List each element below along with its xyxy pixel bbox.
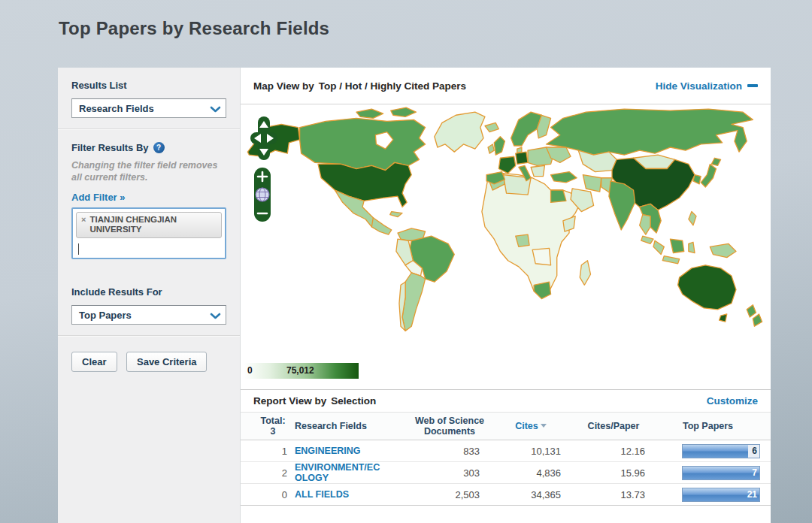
- hide-visualization-link[interactable]: Hide Visualization: [656, 80, 758, 92]
- cites-per-paper-value: 15.96: [571, 467, 656, 479]
- remove-filter-icon[interactable]: ×: [81, 215, 86, 225]
- map-view-prefix: Map View by: [253, 80, 314, 92]
- map-pan-control[interactable]: [248, 115, 280, 165]
- results-list-section: Results List Research Fields: [58, 68, 240, 128]
- research-field-link[interactable]: ENGINEERING: [295, 446, 361, 456]
- include-results-heading: Include Results For: [71, 286, 226, 298]
- help-icon[interactable]: ?: [153, 142, 165, 153]
- report-view-value: Selection: [331, 395, 376, 407]
- cites-value: 34,365: [490, 489, 571, 500]
- cites-value: 4,836: [490, 467, 571, 479]
- filter-results-section: Filter Results By ? Changing the filter …: [58, 130, 240, 270]
- map-view-value: Top / Hot / Highly Cited Papers: [319, 80, 466, 92]
- legend-min-value: 0: [247, 365, 253, 376]
- top-papers-value: 21: [747, 488, 757, 501]
- wos-documents-value: 2,503: [409, 489, 490, 500]
- filter-tag[interactable]: × TIANJIN CHENGJIAN UNIVERSITY: [76, 212, 222, 239]
- sidebar-actions: Clear Save Criteria: [58, 337, 240, 382]
- report-view-prefix: Report View by: [253, 395, 326, 407]
- filters-sidebar: Results List Research Fields Filter Resu…: [58, 68, 241, 523]
- column-header-cites[interactable]: Cites: [490, 421, 571, 431]
- chevron-down-icon: [210, 311, 221, 322]
- column-header-research-fields[interactable]: Research Fields: [295, 421, 409, 431]
- minus-icon: [747, 84, 758, 87]
- row-rank: 0: [251, 489, 295, 500]
- table-row: 2 ENVIRONMENT/ECOLOGY 303 4,836 15.96 7: [241, 462, 771, 484]
- filter-tag-label: TIANJIN CHENGJIAN UNIVERSITY: [89, 215, 216, 236]
- filter-note: Changing the filter field removes all cu…: [71, 159, 226, 184]
- page-title: Top Papers by Research Fields: [59, 18, 329, 39]
- legend-max-value: 75,012: [286, 365, 314, 376]
- filter-results-heading: Filter Results By: [71, 142, 149, 153]
- filter-input-box[interactable]: × TIANJIN CHENGJIAN UNIVERSITY: [71, 207, 226, 260]
- map-view-header: Map View byTop / Hot / Highly Cited Pape…: [241, 68, 771, 104]
- results-list-heading: Results List: [71, 80, 226, 91]
- include-results-select[interactable]: Top Papers: [71, 305, 226, 325]
- top-papers-bar: 21: [682, 488, 760, 502]
- results-list-select[interactable]: Research Fields: [71, 98, 226, 118]
- globe-icon: [256, 188, 269, 201]
- add-filter-link[interactable]: Add Filter »: [71, 192, 126, 203]
- research-field-link[interactable]: ENVIRONMENT/ECOLOGY: [295, 462, 383, 484]
- table-row: 1 ENGINEERING 833 10,131 12.16 6: [241, 440, 771, 462]
- column-header-wos-documents[interactable]: Web of Science Documents: [414, 416, 486, 437]
- total-value: 3: [251, 426, 295, 437]
- chevron-down-icon: [210, 104, 221, 116]
- main-panel: Map View byTop / Hot / Highly Cited Pape…: [241, 68, 771, 523]
- clear-button[interactable]: Clear: [71, 352, 117, 372]
- column-header-top-papers[interactable]: Top Papers: [656, 421, 760, 431]
- wos-documents-value: 303: [409, 467, 490, 479]
- results-list-selected-value: Research Fields: [79, 103, 154, 114]
- save-criteria-button[interactable]: Save Criteria: [126, 352, 208, 372]
- sort-desc-icon: [541, 424, 547, 428]
- cites-per-paper-value: 12.16: [571, 446, 656, 457]
- row-rank: 1: [251, 446, 295, 457]
- hide-visualization-label: Hide Visualization: [656, 80, 742, 92]
- cites-value: 10,131: [490, 446, 571, 457]
- customize-link[interactable]: Customize: [707, 395, 758, 407]
- wos-documents-value: 833: [409, 446, 490, 457]
- top-papers-value: 6: [752, 445, 757, 458]
- column-header-cites-per-paper[interactable]: Cites/Paper: [571, 421, 656, 431]
- map-zoom-control[interactable]: [253, 166, 272, 226]
- world-map[interactable]: [241, 104, 771, 357]
- include-results-selected-value: Top Papers: [79, 310, 132, 321]
- top-papers-bar: 7: [682, 466, 760, 480]
- choropleth-map-svg: [241, 104, 771, 357]
- include-results-section: Include Results For Top Papers: [58, 270, 240, 335]
- research-field-link[interactable]: ALL FIELDS: [295, 489, 349, 500]
- map-legend: 0 75,012: [244, 363, 359, 379]
- cites-per-paper-value: 13.73: [571, 489, 656, 500]
- row-rank: 2: [251, 467, 295, 479]
- top-papers-bar-fill: [683, 467, 759, 479]
- report-view-header: Report View bySelection Customize: [241, 389, 771, 412]
- table-header-row: Total: 3 Research Fields Web of Science …: [241, 412, 771, 440]
- total-label: Total:: [251, 416, 295, 426]
- top-papers-bar: 6: [682, 444, 760, 458]
- top-papers-value: 7: [752, 467, 757, 479]
- top-papers-bar-fill: [683, 445, 748, 458]
- table-row: 0 ALL FIELDS 2,503 34,365 13.73 21: [241, 484, 771, 506]
- cites-label: Cites: [515, 421, 538, 431]
- text-cursor: [78, 243, 79, 255]
